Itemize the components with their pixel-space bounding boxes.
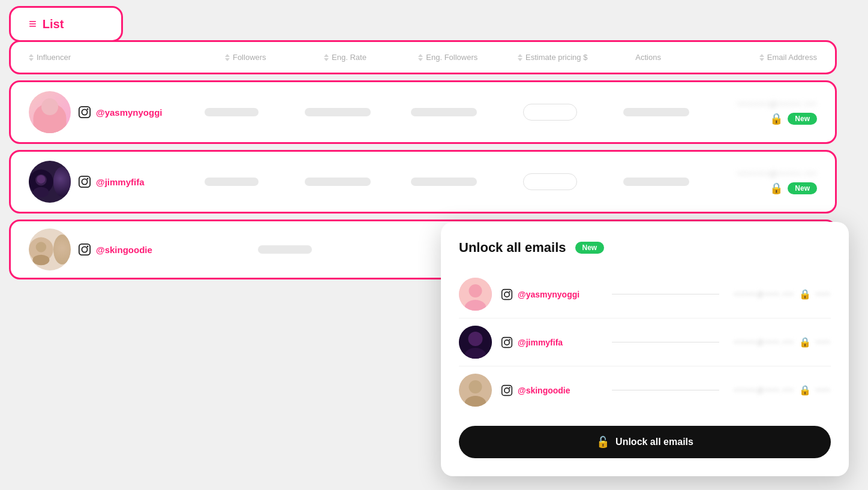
ig-handle-1: @yasmynyoggi [78,106,163,119]
handle-name-3[interactable]: @skingoodie [96,245,152,255]
svg-point-5 [87,109,89,110]
svg-rect-3 [79,107,90,118]
engfol-cell-2 [391,178,497,186]
popup-line-3 [612,390,719,390]
followers-cell-1 [179,108,285,116]
svg-rect-10 [79,176,90,187]
unlock-emails-popup: Unlock all emails New @yasmynyoggi [441,222,849,476]
handle-name-1[interactable]: @yasmynyoggi [96,107,163,118]
avatar-skingoodie [29,229,71,270]
columns-header: Influencer Followers Eng. Rate Eng. Foll… [9,40,837,74]
svg-point-20 [469,284,482,297]
popup-email-blurred-1: ••••••@••••.••• [734,290,794,299]
email-cell-1: ••••••••@••••••.••• 🔒 New [709,100,817,125]
unlock-all-emails-button[interactable]: 🔓 Unlock all emails [459,426,831,458]
popup-handle-1[interactable]: @yasmynyoggi [518,290,579,299]
instagram-icon-1 [78,106,91,119]
lock-icon-2[interactable]: 🔒 [770,182,783,195]
influencer-row-2: @jimmyfifa ••••••••@••••••.••• 🔒 [9,150,837,214]
actions-cell-2 [603,178,709,186]
popup-line-2 [612,342,719,342]
col-header-actions: Actions [618,53,678,62]
popup-avatar-1 [459,278,492,311]
col-header-estimate[interactable]: Estimate pricing $ [518,53,587,62]
svg-point-24 [509,291,510,293]
actions-cell-1 [603,108,709,116]
estimate-cell-1 [497,104,603,121]
svg-rect-2 [37,120,63,133]
popup-email-blurred-2: ••••••@••••.••• [734,338,794,347]
svg-point-35 [504,387,509,392]
svg-point-32 [469,380,482,393]
popup-lock-2: 🔒 [799,336,811,348]
handle-name-2[interactable]: @jimmyfifa [96,177,144,187]
popup-ig-icon-3 [501,384,513,396]
svg-point-4 [82,109,87,115]
col-header-influencer[interactable]: Influencer [29,53,179,62]
unlock-btn-label: Unlock all emails [615,437,693,447]
svg-rect-22 [502,289,512,299]
popup-line-1 [612,294,719,294]
col-header-eng-rate[interactable]: Eng. Rate [313,53,379,62]
svg-point-17 [82,246,87,252]
svg-rect-34 [502,385,512,395]
estimate-cell-2 [497,173,603,190]
popup-email-suffix-2: •••• [816,338,831,347]
popup-email-suffix-3: •••• [816,386,831,395]
lock-icon-1[interactable]: 🔒 [770,112,783,125]
email-cell-2: ••••••••@••••••.••• 🔒 New [709,169,817,195]
svg-point-26 [468,332,483,346]
svg-point-8 [34,187,49,197]
ig-handle-3: @skingoodie [78,243,152,256]
popup-ig-icon-1 [501,288,513,300]
engrate-cell-2 [285,178,391,186]
popup-avatar-2 [459,326,492,359]
popup-email-3: ••••••@••••.••• 🔒 •••• [734,384,831,396]
engfol-cell-1 [391,108,497,116]
svg-point-9 [37,175,45,184]
popup-row-1: @yasmynyoggi ••••••@••••.••• 🔒 •••• [459,270,831,318]
avatar-yasmynyoggi [29,91,71,133]
popup-lock-3: 🔒 [799,384,811,396]
popup-email-suffix-1: •••• [816,290,831,299]
list-title: List [43,17,64,31]
svg-point-11 [82,179,87,184]
col-header-email[interactable]: Email Address [709,53,817,62]
popup-ig-2: @jimmyfifa [501,336,597,348]
new-badge-1: New [788,113,817,125]
popup-handle-3[interactable]: @skingoodie [518,386,570,395]
popup-row-2: @jimmyfifa ••••••@••••.••• 🔒 •••• [459,318,831,366]
email-blurred-2: ••••••••@••••••.••• [738,169,817,178]
ig-handle-2: @jimmyfifa [78,175,144,188]
email-blurred-1: ••••••••@••••••.••• [738,100,817,109]
popup-ig-icon-2 [501,336,513,348]
svg-point-14 [36,242,46,252]
popup-lock-1: 🔒 [799,288,811,300]
svg-point-15 [32,255,49,265]
svg-point-30 [509,339,510,341]
col-header-followers[interactable]: Followers [209,53,281,62]
popup-header: Unlock all emails New [459,240,831,255]
popup-email-blurred-3: ••••••@••••.••• [734,386,794,395]
popup-row-3: @skingoodie ••••••@••••.••• 🔒 •••• [459,366,831,414]
popup-email-1: ••••••@••••.••• 🔒 •••• [734,288,831,300]
popup-new-badge: New [575,242,605,254]
instagram-icon-2 [78,175,91,188]
svg-point-23 [504,291,509,296]
popup-handle-2[interactable]: @jimmyfifa [518,338,563,347]
popup-ig-3: @skingoodie [501,384,597,396]
avatar-jimmyfifa [29,161,71,203]
svg-point-12 [87,178,89,180]
svg-point-0 [41,100,58,116]
popup-avatar-3 [459,374,492,407]
popup-title: Unlock all emails [459,240,566,255]
list-header-card: ≡ List [9,6,123,42]
popup-email-2: ••••••@••••.••• 🔒 •••• [734,336,831,348]
unlock-btn-lock-icon: 🔓 [596,435,609,449]
new-badge-2: New [788,182,817,194]
svg-point-1 [37,118,63,133]
svg-point-18 [87,246,89,248]
col-header-eng-followers[interactable]: Eng. Followers [409,53,487,62]
instagram-icon-3 [78,243,91,256]
svg-rect-16 [79,244,90,255]
